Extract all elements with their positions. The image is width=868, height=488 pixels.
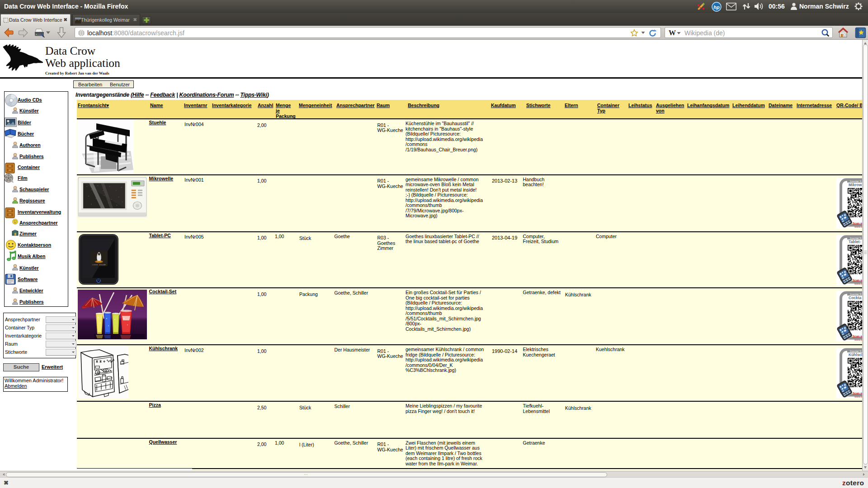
svg-text:Linux Inside: Linux Inside: [92, 264, 106, 266]
svg-text:hp: hp: [713, 5, 720, 10]
